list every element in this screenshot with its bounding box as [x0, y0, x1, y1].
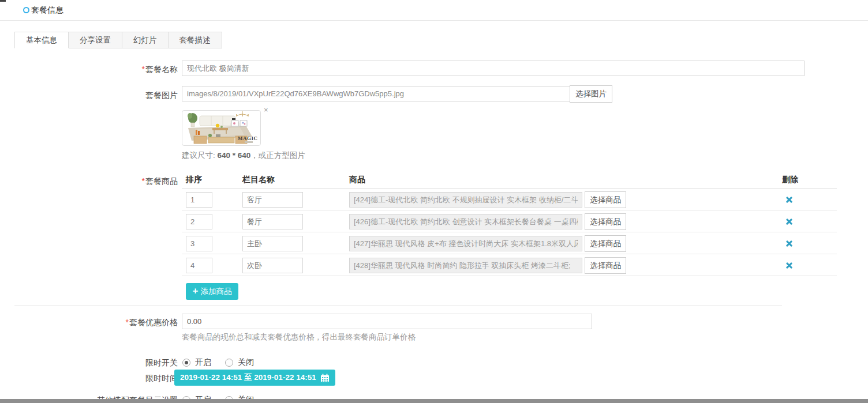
tab-share-settings[interactable]: 分享设置	[69, 32, 122, 48]
delete-row-icon[interactable]	[785, 262, 793, 269]
products-table-header: 排序 栏目名称 商品 删除	[182, 175, 837, 189]
package-image-path-input[interactable]	[182, 86, 570, 101]
choose-product-button[interactable]: 选择商品	[585, 191, 626, 208]
column-delete: 删除	[782, 175, 798, 185]
tab-basic-info[interactable]: 基本信息	[14, 32, 69, 48]
table-row: 选择商品	[182, 232, 837, 254]
tab-bar: 基本信息 分享设置 幻灯片 套餐描述	[14, 32, 222, 48]
price-hint-text: 套餐商品的现价总和减去套餐优惠价格，得出最终套餐商品订单价格	[182, 332, 416, 342]
thumb-logo-text: MAGIC	[238, 135, 258, 141]
radio-off-label[interactable]: 关闭	[238, 357, 254, 368]
remove-image-icon[interactable]: ×	[264, 106, 268, 114]
category-input[interactable]	[242, 192, 303, 208]
product-input[interactable]	[349, 214, 582, 229]
tab-package-description[interactable]: 套餐描述	[169, 32, 222, 48]
category-input[interactable]	[242, 236, 303, 251]
time-range-label: 限时时间	[0, 374, 178, 384]
choose-product-button[interactable]: 选择商品	[585, 257, 626, 274]
category-input[interactable]	[242, 214, 303, 229]
package-name-label: *套餐名称	[0, 65, 178, 75]
column-sort: 排序	[186, 175, 202, 185]
page-header: 套餐信息	[0, 0, 868, 21]
image-size-hint: 建议尺寸: 640 * 640，或正方型图片	[182, 150, 305, 161]
column-product: 商品	[349, 175, 365, 185]
table-row: 选择商品	[182, 189, 837, 210]
add-product-button[interactable]: + 添加商品	[186, 283, 238, 300]
date-range-button[interactable]: 2019-01-22 14:51 至 2019-01-22 14:51	[174, 370, 335, 386]
date-range-text: 2019-01-22 14:51 至 2019-01-22 14:51	[180, 372, 316, 383]
delete-row-icon[interactable]	[785, 218, 793, 225]
choose-product-button[interactable]: 选择商品	[585, 213, 626, 230]
category-input[interactable]	[242, 258, 303, 273]
furniture-collage-image: MAGIC	[182, 111, 260, 145]
table-row: 选择商品	[182, 210, 837, 232]
window-bottom-bar	[0, 399, 868, 403]
package-image-thumbnail: MAGIC	[182, 110, 261, 146]
product-input[interactable]	[349, 192, 582, 208]
radio-off[interactable]	[225, 359, 233, 367]
choose-image-button[interactable]: 选择图片	[570, 85, 612, 103]
required-asterisk: *	[142, 65, 145, 74]
package-image-label: 套餐图片	[0, 91, 178, 101]
choose-product-button[interactable]: 选择商品	[585, 235, 626, 252]
radio-on[interactable]	[182, 359, 190, 367]
delete-row-icon[interactable]	[785, 240, 793, 247]
radio-on-label[interactable]: 开启	[195, 357, 211, 368]
time-switch-options: 开启 关闭	[182, 357, 263, 368]
plus-icon: +	[193, 286, 199, 296]
section-divider	[14, 305, 782, 306]
discount-price-label: *套餐优惠价格	[0, 318, 178, 328]
delete-row-icon[interactable]	[785, 196, 793, 204]
column-category: 栏目名称	[242, 175, 275, 185]
page-title: 套餐信息	[31, 5, 63, 16]
package-name-input[interactable]	[182, 61, 805, 76]
discount-price-input[interactable]	[182, 314, 592, 329]
tab-slideshow[interactable]: 幻灯片	[122, 32, 169, 48]
calendar-icon	[320, 374, 330, 382]
sort-input[interactable]	[186, 192, 212, 208]
circle-icon	[23, 7, 29, 13]
table-row: 选择商品	[182, 254, 837, 276]
sort-input[interactable]	[186, 258, 212, 273]
package-products-label: *套餐商品	[0, 176, 178, 187]
sort-input[interactable]	[186, 236, 212, 251]
product-input[interactable]	[349, 236, 582, 251]
product-input[interactable]	[349, 258, 582, 273]
time-switch-label: 限时开关	[0, 358, 178, 368]
sort-input[interactable]	[186, 214, 212, 229]
